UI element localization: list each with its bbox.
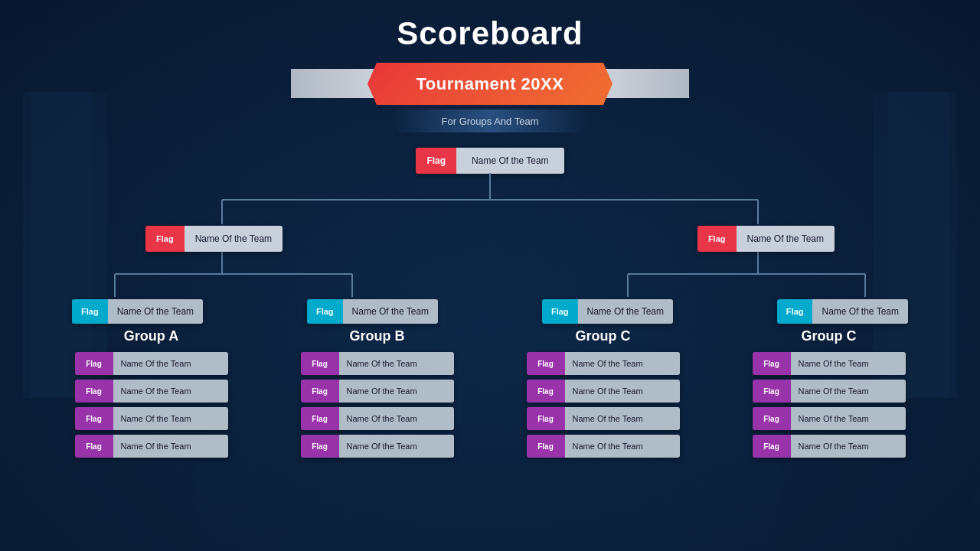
root-row: Flag Name Of the Team bbox=[69, 148, 911, 174]
group-a-team-0: Flag Name Of the Team bbox=[75, 352, 228, 375]
group-c2-section: Group C Flag Name Of the Team Flag Name … bbox=[745, 328, 913, 458]
level1-name-1: Name Of the Team bbox=[737, 226, 835, 252]
level2-team-card-2: Flag Name Of the Team bbox=[542, 299, 673, 324]
group-b-team-3: Flag Name Of the Team bbox=[301, 435, 454, 458]
level2-name-1: Name Of the Team bbox=[343, 299, 439, 324]
group-c2-team-2: Flag Name Of the Team bbox=[753, 407, 906, 430]
group-c-flag-0: Flag bbox=[527, 352, 565, 375]
tournament-subtitle: For Groups And Team bbox=[390, 109, 590, 132]
group-a-title: Group A bbox=[124, 328, 178, 344]
page-title: Scoreboard bbox=[397, 15, 583, 52]
group-b-name-2: Name Of the Team bbox=[339, 407, 454, 430]
group-c-flag-2: Flag bbox=[527, 407, 565, 430]
group-a-team-2: Flag Name Of the Team bbox=[75, 407, 228, 430]
group-a-flag-0: Flag bbox=[75, 352, 113, 375]
group-c2-team-3: Flag Name Of the Team bbox=[753, 435, 906, 458]
tournament-title: Tournament 20XX bbox=[416, 74, 564, 94]
group-a-name-1: Name Of the Team bbox=[113, 380, 228, 403]
group-c2-flag-1: Flag bbox=[753, 380, 791, 403]
group-b-title: Group B bbox=[350, 328, 405, 344]
level1-team-card-0: Flag Name Of the Team bbox=[145, 226, 283, 252]
group-c-flag-3: Flag bbox=[527, 435, 565, 458]
root-flag: Flag bbox=[416, 148, 456, 174]
group-a-team-3: Flag Name Of the Team bbox=[75, 435, 228, 458]
group-c2-name-1: Name Of the Team bbox=[791, 380, 906, 403]
group-c2-flag-0: Flag bbox=[753, 352, 791, 375]
group-c2-name-2: Name Of the Team bbox=[791, 407, 906, 430]
level1-team-card-1: Flag Name Of the Team bbox=[697, 226, 835, 252]
tournament-banner: Tournament 20XX bbox=[291, 63, 689, 105]
group-c-team-3: Flag Name Of the Team bbox=[527, 435, 680, 458]
groups-section: Group A Flag Name Of the Team Flag Name … bbox=[23, 328, 957, 458]
spacer-2 bbox=[69, 252, 911, 299]
group-c2-name-0: Name Of the Team bbox=[791, 352, 906, 375]
group-b-flag-3: Flag bbox=[301, 435, 339, 458]
group-b-flag-2: Flag bbox=[301, 407, 339, 430]
group-c-team-2: Flag Name Of the Team bbox=[527, 407, 680, 430]
group-c-section: Group C Flag Name Of the Team Flag Name … bbox=[519, 328, 688, 458]
spacer-1 bbox=[69, 174, 911, 226]
level2-team-card-1: Flag Name Of the Team bbox=[307, 299, 438, 324]
level2-row: Flag Name Of the Team Flag Name Of the T… bbox=[69, 299, 911, 324]
group-a-section: Group A Flag Name Of the Team Flag Name … bbox=[67, 328, 236, 458]
group-c2-team-0: Flag Name Of the Team bbox=[753, 352, 906, 375]
group-b-name-1: Name Of the Team bbox=[339, 380, 454, 403]
group-b-flag-1: Flag bbox=[301, 380, 339, 403]
group-a-name-2: Name Of the Team bbox=[113, 407, 228, 430]
group-c-title: Group C bbox=[576, 328, 631, 344]
level2-flag-2: Flag bbox=[542, 299, 578, 324]
group-c2-team-1: Flag Name Of the Team bbox=[753, 380, 906, 403]
group-a-team-1: Flag Name Of the Team bbox=[75, 380, 228, 403]
group-c-name-1: Name Of the Team bbox=[565, 380, 680, 403]
group-a-name-0: Name Of the Team bbox=[113, 352, 228, 375]
level2-name-0: Name Of the Team bbox=[108, 299, 204, 324]
group-a-name-3: Name Of the Team bbox=[113, 435, 228, 458]
group-b-flag-0: Flag bbox=[301, 352, 339, 375]
group-c-name-3: Name Of the Team bbox=[565, 435, 680, 458]
group-a-flag-1: Flag bbox=[75, 380, 113, 403]
tournament-center: Tournament 20XX bbox=[368, 63, 612, 105]
root-team-name: Name Of the Team bbox=[456, 148, 564, 174]
level2-team-card-3: Flag Name Of the Team bbox=[777, 299, 908, 324]
level1-flag-0: Flag bbox=[145, 226, 185, 252]
bracket-tree: Flag Name Of the Team Flag Name Of the T… bbox=[69, 148, 911, 324]
level1-flag-1: Flag bbox=[697, 226, 737, 252]
group-c-name-0: Name Of the Team bbox=[565, 352, 680, 375]
group-c-flag-1: Flag bbox=[527, 380, 565, 403]
group-c2-title: Group C bbox=[802, 328, 857, 344]
group-c2-name-3: Name Of the Team bbox=[791, 435, 906, 458]
group-b-name-0: Name Of the Team bbox=[339, 352, 454, 375]
level1-row: Flag Name Of the Team Flag Name Of the T… bbox=[69, 226, 911, 252]
group-c2-flag-2: Flag bbox=[753, 407, 791, 430]
level2-flag-1: Flag bbox=[307, 299, 343, 324]
group-a-flag-2: Flag bbox=[75, 407, 113, 430]
group-c-team-0: Flag Name Of the Team bbox=[527, 352, 680, 375]
group-b-team-2: Flag Name Of the Team bbox=[301, 407, 454, 430]
group-b-section: Group B Flag Name Of the Team Flag Name … bbox=[293, 328, 462, 458]
level2-team-card-0: Flag Name Of the Team bbox=[72, 299, 203, 324]
level2-name-3: Name Of the Team bbox=[812, 299, 908, 324]
tournament-subtitle-wrap: For Groups And Team bbox=[390, 109, 590, 132]
group-b-name-3: Name Of the Team bbox=[339, 435, 454, 458]
level2-name-2: Name Of the Team bbox=[578, 299, 674, 324]
group-b-team-1: Flag Name Of the Team bbox=[301, 380, 454, 403]
root-team-card: Flag Name Of the Team bbox=[416, 148, 564, 174]
group-c-name-2: Name Of the Team bbox=[565, 407, 680, 430]
group-c2-flag-3: Flag bbox=[753, 435, 791, 458]
group-a-flag-3: Flag bbox=[75, 435, 113, 458]
group-b-team-0: Flag Name Of the Team bbox=[301, 352, 454, 375]
group-c-team-1: Flag Name Of the Team bbox=[527, 380, 680, 403]
level2-flag-0: Flag bbox=[72, 299, 108, 324]
level2-flag-3: Flag bbox=[777, 299, 813, 324]
level1-name-0: Name Of the Team bbox=[185, 226, 283, 252]
